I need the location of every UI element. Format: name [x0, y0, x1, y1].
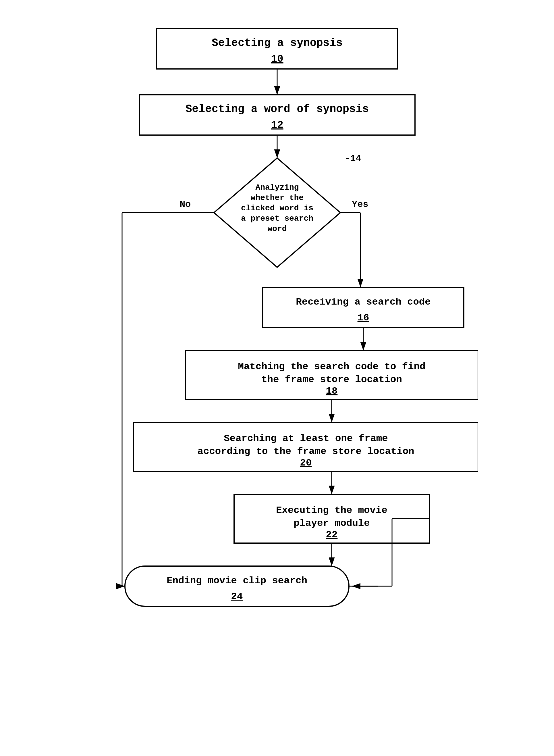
node-18-step: 18: [326, 386, 337, 397]
node-14-text2: whether the: [251, 193, 303, 202]
node-14-text4: a preset search: [241, 214, 313, 223]
node-14-text1: Analyzing: [255, 183, 299, 192]
flowchart-svg: Selecting a synopsis 10 Selecting a word…: [76, 17, 478, 750]
node-14-text5: word: [267, 224, 287, 233]
node-12-label: Selecting a word of synopsis: [185, 103, 369, 115]
node-14-text3: clicked word is: [241, 204, 313, 213]
node-12-step: 12: [271, 119, 283, 131]
node-22-label1: Executing the movie: [276, 505, 387, 516]
node-20-label1: Searching at least one frame: [224, 433, 388, 444]
node-24-label: Ending movie clip search: [167, 575, 307, 586]
node-24-step: 24: [231, 591, 243, 602]
node-10-step: 10: [271, 53, 283, 65]
node-22-step: 22: [326, 529, 337, 540]
node-10-label: Selecting a synopsis: [211, 37, 342, 49]
node-16-step: 16: [357, 312, 369, 323]
node-14-ref: -14: [345, 153, 361, 164]
node-16-label: Receiving a search code: [296, 297, 431, 307]
node-14-diamond: [214, 158, 340, 267]
node-20-label2: according to the frame store location: [197, 446, 414, 457]
node-20-step: 20: [300, 457, 312, 468]
node-18-label1: Matching the search code to find: [238, 361, 425, 372]
label-no: No: [179, 199, 190, 210]
flowchart-container: Selecting a synopsis 10 Selecting a word…: [76, 17, 478, 751]
node-18-label2: the frame store location: [261, 374, 402, 385]
label-yes: Yes: [352, 199, 369, 210]
node-22-label2: player module: [293, 518, 370, 529]
